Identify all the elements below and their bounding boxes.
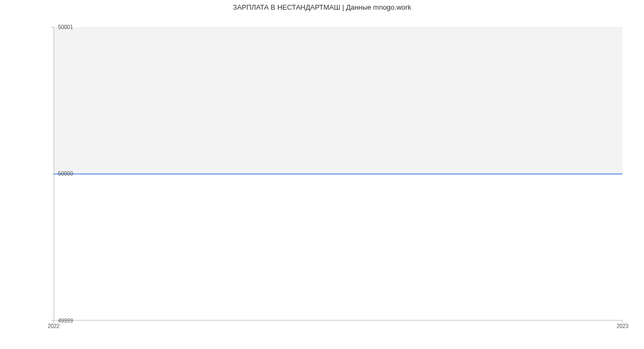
y-axis <box>54 27 54 321</box>
y-tick-label: 50001 <box>58 24 73 30</box>
x-tick-label: 2022 <box>48 323 60 329</box>
y-tick <box>52 27 54 27</box>
x-tick <box>54 321 54 323</box>
x-axis <box>54 320 623 321</box>
data-line <box>54 173 623 174</box>
y-tick-label: 50000 <box>58 171 73 177</box>
y-tick <box>52 174 54 174</box>
area-fill <box>54 27 623 174</box>
y-tick-label: 49999 <box>58 318 73 324</box>
x-tick <box>622 321 623 323</box>
chart-title: ЗАРПЛАТА В НЕСТАНДАРТМАШ | Данные mnogo.… <box>0 0 644 11</box>
chart-plot-area <box>54 27 623 321</box>
x-tick-label: 2023 <box>617 323 628 329</box>
